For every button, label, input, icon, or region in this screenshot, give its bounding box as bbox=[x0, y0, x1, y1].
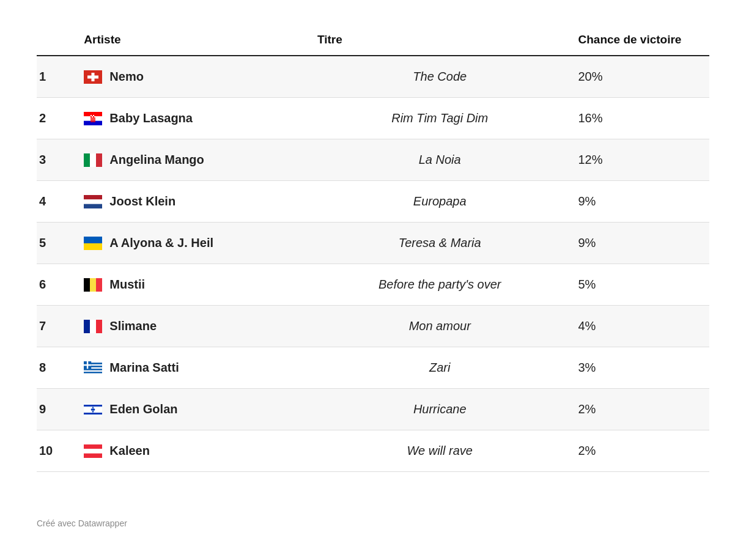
svg-rect-43 bbox=[84, 364, 91, 365]
flag-icon bbox=[84, 153, 102, 167]
table-container: Artiste Titre Chance de victoire 1 Nemo … bbox=[0, 0, 746, 509]
svg-rect-37 bbox=[84, 369, 102, 370]
artist-cell: Joost Klein bbox=[78, 181, 311, 223]
artist-cell: Nemo bbox=[78, 56, 311, 98]
svg-rect-17 bbox=[90, 153, 96, 167]
rank-cell: 4 bbox=[37, 181, 78, 223]
svg-rect-16 bbox=[84, 153, 90, 167]
svg-rect-51 bbox=[84, 453, 102, 457]
table-row: 7 Slimane Mon amour 4% bbox=[37, 306, 709, 347]
artist-cell: Marina Satti bbox=[78, 347, 311, 389]
svg-rect-49 bbox=[84, 444, 102, 449]
chance-cell: 9% bbox=[572, 181, 709, 223]
rankings-table: Artiste Titre Chance de victoire 1 Nemo … bbox=[37, 24, 709, 472]
header-chance: Chance de victoire bbox=[572, 24, 709, 56]
svg-rect-10 bbox=[93, 115, 94, 116]
svg-rect-25 bbox=[90, 278, 96, 292]
title-cell: Rim Tim Tagi Dim bbox=[311, 98, 572, 139]
table-row: 3 Angelina Mango La Noia 12% bbox=[37, 139, 709, 181]
flag-icon bbox=[84, 237, 102, 250]
title-cell: Hurricane bbox=[311, 389, 572, 430]
header-title: Titre bbox=[311, 24, 572, 56]
table-row: 10 Kaleen We will rave 2% bbox=[37, 430, 709, 472]
flag-icon bbox=[84, 278, 102, 292]
artist-name: Mustii bbox=[109, 278, 145, 292]
chance-cell: 2% bbox=[572, 389, 709, 430]
rank-cell: 1 bbox=[37, 56, 78, 98]
chance-cell: 9% bbox=[572, 223, 709, 264]
svg-rect-19 bbox=[84, 195, 102, 199]
svg-rect-23 bbox=[84, 243, 102, 250]
svg-rect-27 bbox=[84, 320, 90, 333]
svg-rect-38 bbox=[84, 370, 102, 371]
rank-cell: 5 bbox=[37, 223, 78, 264]
flag-icon bbox=[84, 361, 102, 375]
artist-name: Slimane bbox=[109, 319, 157, 333]
svg-rect-21 bbox=[84, 204, 102, 208]
footer: Créé avec Datawrapper bbox=[0, 509, 746, 547]
title-cell: Before the party's over bbox=[311, 264, 572, 306]
chance-cell: 3% bbox=[572, 347, 709, 389]
flag-icon bbox=[84, 70, 102, 84]
title-cell: Europapa bbox=[311, 181, 572, 223]
chance-cell: 20% bbox=[572, 56, 709, 98]
title-cell: Teresa & Maria bbox=[311, 223, 572, 264]
chance-cell: 16% bbox=[572, 98, 709, 139]
artist-cell: Baby Lasagna bbox=[78, 98, 311, 139]
svg-rect-18 bbox=[96, 153, 102, 167]
rank-cell: 9 bbox=[37, 389, 78, 430]
title-cell: We will rave bbox=[311, 430, 572, 472]
svg-rect-14 bbox=[93, 116, 94, 117]
svg-rect-39 bbox=[84, 372, 102, 373]
table-row: 1 Nemo The Code 20% bbox=[37, 56, 709, 98]
rank-cell: 6 bbox=[37, 264, 78, 306]
rank-cell: 8 bbox=[37, 347, 78, 389]
svg-rect-13 bbox=[92, 116, 93, 117]
artist-cell: A Alyona & J. Heil bbox=[78, 223, 311, 264]
svg-rect-24 bbox=[84, 278, 90, 292]
svg-rect-28 bbox=[90, 320, 96, 333]
chance-cell: 4% bbox=[572, 306, 709, 347]
artist-name: Kaleen bbox=[109, 444, 150, 458]
artist-name: Baby Lasagna bbox=[109, 111, 193, 125]
artist-name: A Alyona & J. Heil bbox=[109, 236, 213, 250]
svg-rect-46 bbox=[84, 413, 102, 414]
rank-cell: 7 bbox=[37, 306, 78, 347]
svg-rect-2 bbox=[87, 75, 98, 78]
header-artist: Artiste bbox=[78, 24, 311, 56]
artist-name: Angelina Mango bbox=[109, 153, 204, 167]
title-cell: Zari bbox=[311, 347, 572, 389]
flag-icon bbox=[84, 444, 102, 458]
artist-name: Nemo bbox=[109, 70, 144, 84]
rank-cell: 3 bbox=[37, 139, 78, 181]
artist-cell: Eden Golan bbox=[78, 389, 311, 430]
svg-rect-11 bbox=[94, 115, 95, 116]
flag-icon bbox=[84, 195, 102, 208]
svg-rect-15 bbox=[94, 116, 95, 117]
artist-name: Joost Klein bbox=[109, 194, 175, 208]
flag-icon bbox=[84, 320, 102, 333]
table-row: 6 Mustii Before the party's over 5% bbox=[37, 264, 709, 306]
table-row: 8 Marina Satti bbox=[37, 347, 709, 389]
footer-text: Créé avec Datawrapper bbox=[37, 518, 127, 528]
table-row: 5 A Alyona & J. Heil Teresa & Maria 9% bbox=[37, 223, 709, 264]
chance-cell: 2% bbox=[572, 430, 709, 472]
rank-cell: 2 bbox=[37, 98, 78, 139]
title-cell: Mon amour bbox=[311, 306, 572, 347]
artist-cell: Mustii bbox=[78, 264, 311, 306]
artist-name: Eden Golan bbox=[109, 402, 177, 416]
svg-rect-29 bbox=[96, 320, 102, 333]
svg-rect-50 bbox=[84, 449, 102, 453]
svg-rect-8 bbox=[90, 115, 92, 116]
svg-rect-20 bbox=[84, 199, 102, 204]
flag-icon bbox=[84, 112, 102, 125]
table-header-row: Artiste Titre Chance de victoire bbox=[37, 24, 709, 56]
svg-rect-9 bbox=[92, 115, 93, 116]
artist-name: Marina Satti bbox=[109, 361, 179, 375]
table-row: 2 Baby Lasagna bbox=[37, 98, 709, 139]
chance-cell: 12% bbox=[572, 139, 709, 181]
chance-cell: 5% bbox=[572, 264, 709, 306]
title-cell: La Noia bbox=[311, 139, 572, 181]
table-row: 9 Eden Golan Hurricane 2% bbox=[37, 389, 709, 430]
artist-cell: Kaleen bbox=[78, 430, 311, 472]
